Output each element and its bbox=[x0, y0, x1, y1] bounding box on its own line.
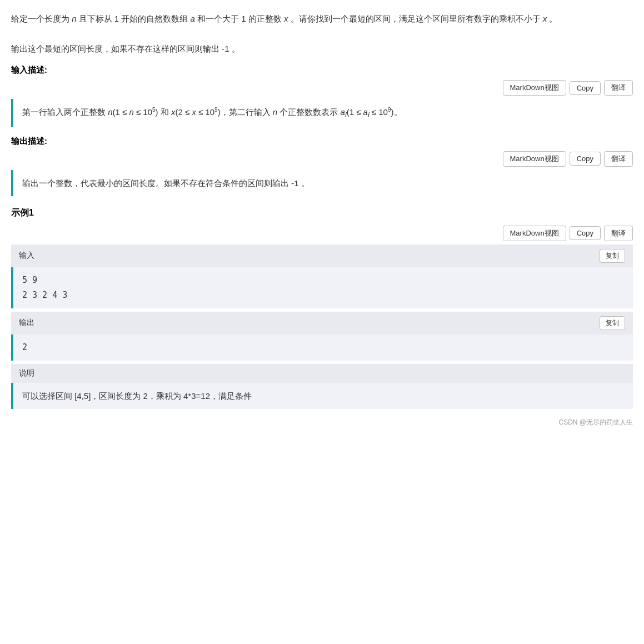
example1-output-value: 2 bbox=[22, 340, 624, 355]
example1-output-copy-btn[interactable]: 复制 bbox=[600, 316, 625, 330]
output-desc-markdown-btn[interactable]: MarkDown视图 bbox=[503, 151, 566, 167]
output-desc-toolbar: MarkDown视图 Copy 翻译 bbox=[11, 151, 633, 167]
example1-output-content: 2 bbox=[11, 335, 633, 361]
input-desc-content: 第一行输入两个正整数 n(1 ≤ n ≤ 105) 和 x(2 ≤ x ≤ 10… bbox=[11, 99, 633, 127]
example1-note-row: 说明 可以选择区间 [4,5]，区间长度为 2，乘积为 4*3=12，满足条件 bbox=[11, 364, 633, 409]
input-desc-translate-btn[interactable]: 翻译 bbox=[604, 80, 633, 96]
example1-note-header: 说明 bbox=[11, 364, 633, 383]
example1-input-label: 输入 bbox=[19, 251, 34, 261]
output-desc-content: 输出一个整数，代表最小的区间长度。如果不存在符合条件的区间则输出 -1 。 bbox=[11, 170, 633, 196]
output-desc-title: 输出描述: bbox=[11, 136, 633, 147]
problem-description: 给定一个长度为 n 且下标从 1 开始的自然数数组 a 和一个大于 1 的正整数… bbox=[11, 11, 633, 56]
example1-input-copy-btn[interactable]: 复制 bbox=[600, 249, 625, 263]
example1-input-line2: 2 3 2 4 3 bbox=[22, 288, 624, 303]
example1-title: 示例1 bbox=[11, 207, 633, 219]
example1-output-label: 输出 bbox=[19, 318, 34, 328]
example1-translate-btn[interactable]: 翻译 bbox=[604, 226, 633, 241]
problem-desc-line2: 输出这个最短的区间长度，如果不存在这样的区间则输出 -1 。 bbox=[11, 41, 633, 56]
output-desc-translate-btn[interactable]: 翻译 bbox=[604, 151, 633, 167]
example1-input-row: 输入 复制 5 9 2 3 2 4 3 bbox=[11, 244, 633, 308]
input-desc-toolbar: MarkDown视图 Copy 翻译 bbox=[11, 80, 633, 96]
output-desc-copy-btn[interactable]: Copy bbox=[570, 152, 601, 166]
footer-text: CSDN @无尽的罚坐人生 bbox=[11, 418, 633, 427]
example1-markdown-btn[interactable]: MarkDown视图 bbox=[503, 226, 566, 241]
example1-toolbar: MarkDown视图 Copy 翻译 bbox=[11, 226, 633, 241]
example1-block: 输入 复制 5 9 2 3 2 4 3 输出 复制 2 说明 可以选择区间 [4… bbox=[11, 244, 633, 409]
input-desc-copy-btn[interactable]: Copy bbox=[570, 81, 601, 95]
example1-input-header: 输入 复制 bbox=[11, 244, 633, 267]
example1-output-row: 输出 复制 2 bbox=[11, 312, 633, 361]
input-desc-title: 输入描述: bbox=[11, 65, 633, 76]
example1-output-header: 输出 复制 bbox=[11, 312, 633, 335]
example1-input-line1: 5 9 bbox=[22, 273, 624, 288]
example1-note-content: 可以选择区间 [4,5]，区间长度为 2，乘积为 4*3=12，满足条件 bbox=[11, 383, 633, 409]
example1-input-content: 5 9 2 3 2 4 3 bbox=[11, 267, 633, 308]
example1-copy-btn[interactable]: Copy bbox=[570, 226, 601, 240]
input-desc-markdown-btn[interactable]: MarkDown视图 bbox=[503, 80, 566, 96]
problem-desc-line1: 给定一个长度为 n 且下标从 1 开始的自然数数组 a 和一个大于 1 的正整数… bbox=[11, 11, 633, 26]
